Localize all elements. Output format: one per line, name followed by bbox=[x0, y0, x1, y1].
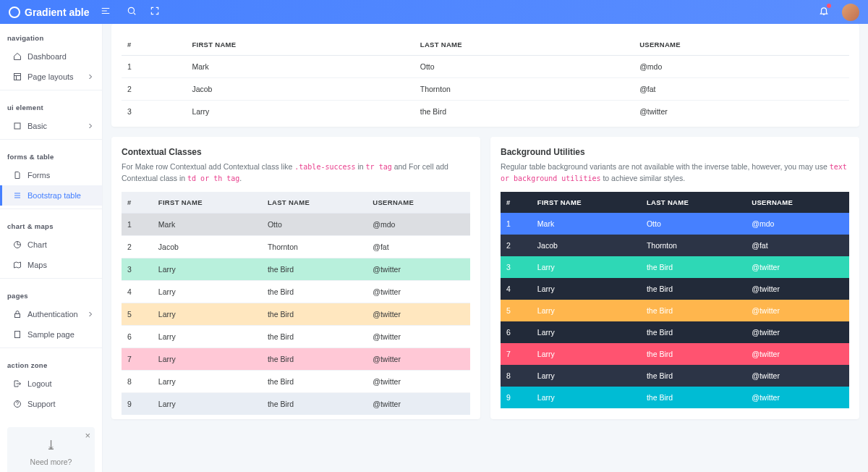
sidebar-item-page-layouts[interactable]: Page layouts bbox=[0, 67, 102, 87]
cell: 3 bbox=[122, 101, 186, 123]
cell: the Bird bbox=[262, 325, 367, 347]
table-row[interactable]: 5Larrythe Bird@twitter bbox=[501, 300, 849, 321]
search-icon[interactable] bbox=[127, 6, 137, 18]
sidebar-item-label: Forms bbox=[27, 171, 50, 180]
cell: Mark bbox=[186, 56, 414, 78]
cell: 2 bbox=[122, 78, 186, 101]
table-row[interactable]: 5Larrythe Bird@twitter bbox=[122, 303, 470, 325]
table-row[interactable]: 1MarkOtto@mdo bbox=[122, 56, 849, 78]
table-row[interactable]: 1MarkOtto@mdo bbox=[501, 213, 849, 235]
col-header: # bbox=[122, 192, 153, 214]
cell: 8 bbox=[501, 365, 532, 387]
sidebar-item-authentication[interactable]: Authentication bbox=[0, 304, 102, 324]
cell: Larry bbox=[153, 325, 262, 347]
sidebar-item-dashboard[interactable]: Dashboard bbox=[0, 46, 102, 67]
sidebar-item-basic[interactable]: Basic bbox=[0, 116, 102, 136]
sidebar-item-label: Logout bbox=[27, 379, 52, 388]
cell: Larry bbox=[153, 303, 262, 325]
chevron-right-icon bbox=[86, 122, 95, 130]
sidebar-item-logout[interactable]: Logout bbox=[0, 374, 102, 394]
table-row[interactable]: 4Larrythe Bird@twitter bbox=[122, 280, 470, 303]
table-row[interactable]: 3Larrythe Bird@twitter bbox=[501, 256, 849, 278]
cell: the Bird bbox=[641, 321, 746, 343]
nav-caption: pages bbox=[0, 282, 102, 304]
cell: @twitter bbox=[367, 392, 470, 415]
table-row[interactable]: 6Larrythe Bird@twitter bbox=[501, 321, 849, 343]
nav-caption: navigation bbox=[0, 24, 102, 46]
cell: @twitter bbox=[367, 303, 470, 325]
brand-name: Gradient bbox=[25, 7, 67, 18]
sidebar-item-support[interactable]: Support bbox=[0, 394, 102, 414]
table-row[interactable]: 2JacobThornton@fat bbox=[122, 78, 849, 101]
cell: 1 bbox=[122, 56, 186, 78]
table-row[interactable]: 8Larrythe Bird@twitter bbox=[122, 370, 470, 392]
cell: 3 bbox=[122, 258, 153, 280]
cell: Larry bbox=[153, 258, 262, 280]
avatar[interactable] bbox=[842, 4, 859, 21]
chevron-right-icon bbox=[86, 310, 95, 319]
cell: Larry bbox=[153, 392, 262, 415]
cell: 5 bbox=[122, 303, 153, 325]
table-row[interactable]: 8Larrythe Bird@twitter bbox=[501, 365, 849, 387]
col-header: FIRST NAME bbox=[186, 34, 414, 56]
table-row[interactable]: 7Larrythe Bird@twitter bbox=[122, 347, 470, 370]
nav-caption: forms & table bbox=[0, 143, 102, 165]
table-row[interactable]: 1MarkOtto@mdo bbox=[122, 213, 470, 235]
menu-toggle-icon[interactable] bbox=[101, 6, 111, 18]
sidebar-item-label: Bootstrap table bbox=[27, 191, 81, 200]
cell: 5 bbox=[501, 300, 532, 321]
sidebar-item-maps[interactable]: Maps bbox=[0, 255, 102, 275]
table-row[interactable]: 9Larrythe Bird@twitter bbox=[122, 392, 470, 415]
table-row[interactable]: 3Larrythe Bird@twitter bbox=[122, 101, 849, 123]
nav-caption: chart & maps bbox=[0, 212, 102, 235]
cell: 3 bbox=[501, 256, 532, 278]
cell: 7 bbox=[122, 347, 153, 370]
svg-rect-4 bbox=[15, 314, 20, 318]
cell: the Bird bbox=[414, 101, 634, 123]
table-row[interactable]: 9Larrythe Bird@twitter bbox=[501, 387, 849, 408]
sidebar-item-sample-page[interactable]: Sample page bbox=[0, 324, 102, 345]
svg-rect-1 bbox=[14, 74, 21, 80]
map-icon bbox=[13, 261, 22, 269]
cell: Larry bbox=[532, 321, 641, 343]
fullscreen-icon[interactable] bbox=[150, 6, 160, 18]
table-row[interactable]: 2JacobThornton@fat bbox=[122, 235, 470, 258]
sidebar-item-chart[interactable]: Chart bbox=[0, 235, 102, 255]
contextual-table: #FIRST NAMELAST NAMEUSERNAME 1MarkOtto@m… bbox=[122, 192, 470, 415]
file-icon bbox=[13, 171, 22, 180]
table-row[interactable]: 3Larrythe Bird@twitter bbox=[122, 258, 470, 280]
cell: 7 bbox=[501, 343, 532, 365]
svg-point-0 bbox=[129, 7, 135, 13]
cell: Larry bbox=[153, 370, 262, 392]
list-icon bbox=[13, 191, 22, 200]
cell: @twitter bbox=[746, 321, 849, 343]
cell: Larry bbox=[532, 387, 641, 408]
table-row[interactable]: 4Larrythe Bird@twitter bbox=[501, 278, 849, 300]
table-row[interactable]: 7Larrythe Bird@twitter bbox=[501, 343, 849, 365]
cell: Otto bbox=[641, 213, 746, 235]
contextual-card: Contextual Classes For Make row Contextu… bbox=[111, 137, 480, 419]
close-icon[interactable]: × bbox=[85, 430, 90, 441]
cell: @twitter bbox=[367, 280, 470, 303]
cell: Larry bbox=[532, 278, 641, 300]
bell-icon[interactable] bbox=[819, 6, 829, 18]
chevron-right-icon bbox=[86, 72, 95, 81]
sidebar-item-label: Sample page bbox=[27, 330, 75, 339]
logo[interactable]: Gradient able bbox=[9, 7, 89, 18]
table-row[interactable]: 6Larrythe Bird@twitter bbox=[122, 325, 470, 347]
contextual-title: Contextual Classes bbox=[122, 147, 470, 157]
sidebar: navigationDashboardPage layoutsui elemen… bbox=[0, 24, 103, 444]
table-row[interactable]: 2JacobThornton@fat bbox=[501, 235, 849, 256]
cell: 9 bbox=[122, 392, 153, 415]
col-header: LAST NAME bbox=[641, 192, 746, 213]
cell: @twitter bbox=[746, 256, 849, 278]
svg-rect-5 bbox=[15, 332, 20, 338]
contextual-sub: For Make row Contextual add Contextual c… bbox=[122, 161, 470, 185]
sidebar-item-bootstrap-table[interactable]: Bootstrap table bbox=[0, 185, 102, 206]
cell: the Bird bbox=[262, 258, 367, 280]
cell: Jacob bbox=[532, 235, 641, 256]
cell: Jacob bbox=[186, 78, 414, 101]
cell: 1 bbox=[122, 213, 153, 235]
sidebar-item-forms[interactable]: Forms bbox=[0, 165, 102, 185]
cell: Otto bbox=[414, 56, 634, 78]
